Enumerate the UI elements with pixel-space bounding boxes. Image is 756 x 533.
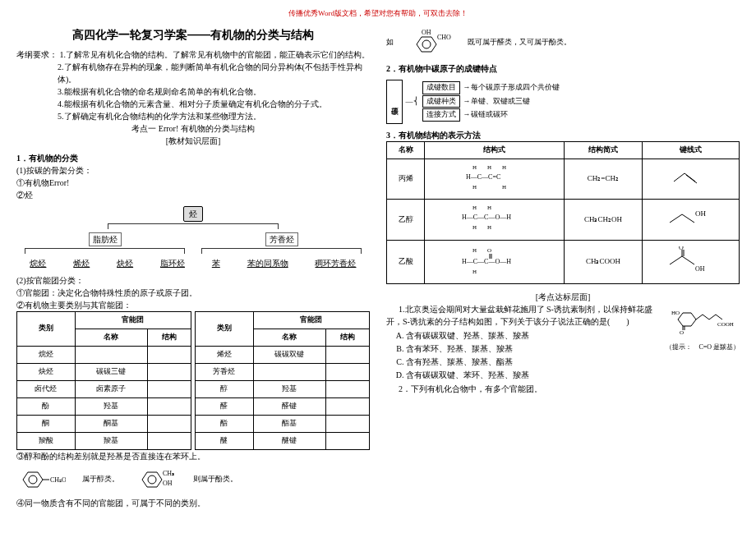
- benzyl-alcohol-icon: CH₂OH: [16, 467, 66, 492]
- cell: 酮: [17, 415, 76, 432]
- svg-text:H: H: [472, 247, 477, 254]
- cell: [253, 363, 325, 380]
- cell: [147, 380, 191, 397]
- svg-text:H: H: [472, 269, 477, 275]
- req-item: 1.了解常见有机化合物的结构。了解常见有机物中的官能团，能正确表示它们的结构。: [60, 50, 371, 59]
- req-item: 5.了解确定有机化合物结构的化学方法和某些物理方法。: [58, 110, 370, 122]
- svg-text:CHO: CHO: [437, 34, 451, 41]
- svg-marker-8: [417, 37, 436, 52]
- cell: 醚键: [253, 432, 325, 449]
- left-column: 高四化学一轮复习学案——有机物的分类与结构 考纲要求： 1.了解常见有机化合物的…: [16, 23, 370, 509]
- section-1-4: ④同一物质含有不同的官能团，可属于不同的类别。: [16, 497, 370, 509]
- cell: 羟基: [75, 397, 147, 415]
- cell: 羧基: [75, 432, 147, 449]
- cell: 卤代烃: [17, 380, 76, 397]
- section-1-1a: ①有机物Error!: [16, 177, 370, 189]
- mol-label-a: 属于醇类。: [82, 474, 119, 485]
- cell: [147, 397, 191, 415]
- tree-node: 芳香烃: [265, 232, 298, 246]
- functional-group-tables: 类别 官能团 名称 结构 烷烃 炔烃碳碳三键 卤代烃卤素原子 酚羟基 酮酮基 羧…: [16, 311, 370, 450]
- section-1-2b: ②有机物主要类别与其官能团：: [16, 299, 370, 311]
- svg-point-1: [29, 476, 37, 484]
- th-struct: 结构: [325, 329, 369, 346]
- func-table-left: 类别 官能团 名称 结构 烷烃 炔烃碳碳三键 卤代烃卤素原子 酚羟基 酮酮基 羧…: [16, 311, 191, 450]
- section-1-1b: ②烃: [16, 189, 370, 201]
- svg-text:H: H: [487, 224, 491, 231]
- req-label: 考纲要求：: [16, 50, 58, 59]
- cell-short: CH₃COOH: [565, 240, 642, 284]
- th-category: 类别: [196, 311, 254, 346]
- cell-short: CH₂=CH₂: [565, 159, 642, 200]
- cell: [147, 363, 191, 380]
- th-group: 官能团: [253, 311, 369, 329]
- page-title: 高四化学一轮复习学案——有机物的分类与结构: [16, 26, 370, 44]
- cell: 酚: [17, 397, 76, 415]
- svg-text:OH: OH: [695, 265, 705, 273]
- section-2-title: 2．有机物中碳原子的成键特点: [386, 62, 740, 75]
- svg-text:O: O: [680, 329, 684, 336]
- cell: 羟基: [253, 380, 325, 397]
- cell: [75, 346, 147, 363]
- cell: 芳香烃: [196, 363, 254, 380]
- cell: 酮基: [75, 415, 147, 432]
- q1-opt-c: 含有羟基、羰基、羧基、酯基: [406, 356, 740, 368]
- svg-point-9: [422, 40, 431, 48]
- svg-text:O: O: [679, 246, 684, 251]
- cell: 酯基: [253, 415, 325, 432]
- th-group: 官能团: [75, 311, 191, 329]
- tree-leaf: 脂环烃: [160, 257, 185, 269]
- cell-short: CH₃CH₂OH: [565, 200, 642, 241]
- header-note: 传播优秀Word版文档，希望对您有帮助，可双击去除！: [16, 8, 740, 20]
- th-category: 类别: [17, 311, 76, 346]
- abscisic-acid-icon: HO O COOH （提示： C=O 是羰基）: [666, 303, 740, 352]
- representation-table: 名称 结构式 结构简式 键线式 丙烯 H—C—C=CHHHHH CH₂=CH₂ …: [386, 141, 740, 285]
- cell-name: 乙醇: [387, 200, 425, 241]
- svg-text:H: H: [487, 164, 491, 171]
- cell: 羧酸: [17, 432, 76, 449]
- func-table-right: 类别 官能团 名称 结构 烯烃碳碳双键 芳香烃 醇羟基 醛醛键 酯酯基 醚醚键: [195, 311, 370, 450]
- svg-marker-0: [23, 472, 43, 487]
- svg-text:H: H: [472, 164, 477, 171]
- req-item: 2.了解有机物存在异构的现象，能判断简单有机化合物的同分异构体(不包括手性异构体…: [58, 61, 370, 85]
- layer-heading: [教材知识层面]: [16, 135, 370, 147]
- svg-text:H—C—C=C: H—C—C=C: [466, 173, 500, 181]
- svg-text:H: H: [502, 184, 506, 191]
- svg-text:H: H: [472, 184, 477, 191]
- cell-name: 丙烯: [387, 159, 425, 200]
- layer-2-heading: [考点达标层面]: [386, 291, 740, 303]
- svg-text:H: H: [487, 204, 491, 211]
- section-3-title: 3．有机物结构的表示方法: [386, 129, 740, 141]
- cell: 醛: [196, 397, 254, 415]
- carbon-bond-diagram: 碳原子 —⎨ 成键数目→每个碳原子形成四个共价键 成键种类→单键、双键或三键 连…: [386, 80, 740, 124]
- question-1: HO O COOH （提示： C=O 是羰基） 1.北京奥运会期间对大量盆栽鲜花…: [386, 303, 740, 383]
- th-name: 名称: [387, 141, 425, 159]
- req-item: 3.能根据有机化合物的命名规则命名简单的有机化合物。: [58, 85, 370, 98]
- svg-text:H: H: [472, 224, 477, 231]
- svg-text:H: H: [472, 204, 477, 211]
- cell: 烷烃: [17, 346, 76, 363]
- svg-text:CH₂OH: CH₂OH: [50, 476, 66, 484]
- cell-name: 乙酸: [387, 240, 425, 284]
- carbon-row-val: 碳链或碳环: [471, 109, 508, 121]
- mol-label-b: 则属于酚类。: [193, 474, 237, 485]
- svg-text:H: H: [502, 164, 506, 171]
- svg-point-5: [148, 476, 156, 484]
- svg-text:O: O: [487, 247, 491, 254]
- cell: [147, 346, 191, 363]
- question-2: 2．下列有机化合物中，有多个官能团。: [386, 383, 740, 395]
- prefix-text: 如: [386, 37, 394, 48]
- svg-line-18: [686, 175, 697, 183]
- cell: 醚: [196, 432, 254, 449]
- th-name: 名称: [75, 329, 147, 346]
- ethanol-structure-icon: H—C—C—O—HHHHH: [425, 200, 565, 241]
- q1-hint: （提示： C=O 是羰基）: [666, 342, 740, 352]
- acetic-structure-icon: H—C—C—O—HHOH: [425, 240, 565, 284]
- th-struct: 结构: [147, 329, 191, 346]
- tree-leaf: 烷烃: [30, 257, 46, 269]
- tree-leaf: 苯的同系物: [247, 257, 288, 269]
- section-1-3: ③醇和酚的结构差别就是羟基是否直接连在苯环上。: [16, 450, 370, 462]
- cell: [147, 415, 191, 432]
- th-line: 键线式: [642, 141, 739, 159]
- th-short: 结构简式: [565, 141, 642, 159]
- propene-structure-icon: H—C—C=CHHHHH: [425, 159, 565, 200]
